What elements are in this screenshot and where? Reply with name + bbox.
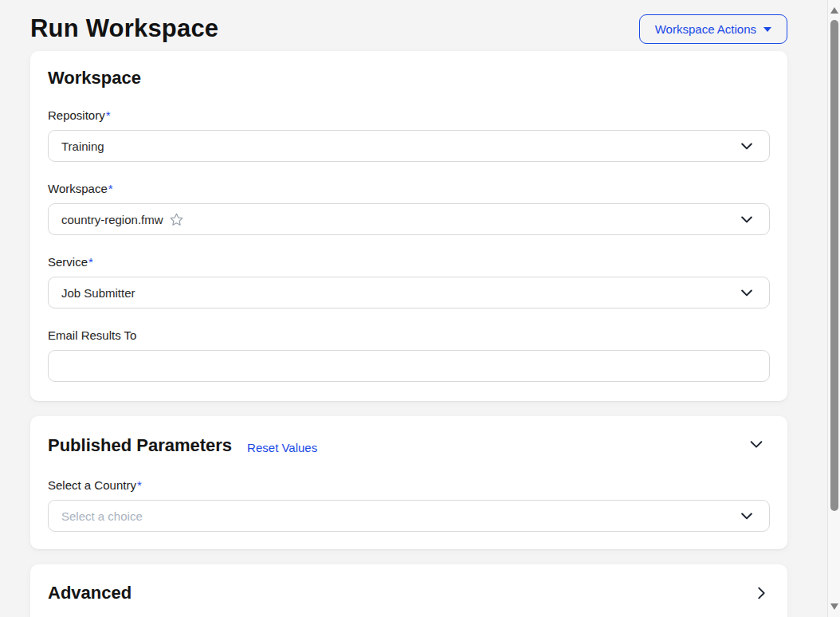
main-content: Run Workspace Workspace Actions Workspac… xyxy=(30,0,787,617)
workspace-value-text: country-region.fmw xyxy=(61,213,163,226)
published-parameters-card: Published Parameters Reset Values Select… xyxy=(30,416,787,549)
published-parameters-title: Published Parameters xyxy=(48,434,232,456)
chevron-down-icon xyxy=(739,508,755,524)
advanced-title: Advanced xyxy=(48,582,752,603)
advanced-section-toggle[interactable]: Advanced xyxy=(48,582,770,603)
country-label: Select a Country* xyxy=(48,478,770,493)
chevron-down-icon xyxy=(739,211,755,227)
scrollbar-up-arrow-icon[interactable] xyxy=(830,6,838,14)
repository-label-text: Repository xyxy=(48,108,105,122)
email-results-label: Email Results To xyxy=(48,328,770,343)
page-title: Run Workspace xyxy=(30,14,218,43)
workspace-actions-label: Workspace Actions xyxy=(655,22,756,36)
service-select[interactable]: Job Submitter xyxy=(48,277,770,308)
scrollbar-thumb[interactable] xyxy=(830,20,838,511)
top-bar: Run Workspace Workspace Actions xyxy=(30,6,787,51)
service-label-text: Service xyxy=(48,255,88,269)
reset-values-link[interactable]: Reset Values xyxy=(247,441,317,454)
repository-label: Repository* xyxy=(48,108,770,123)
workspace-value: country-region.fmw xyxy=(61,212,184,227)
service-value: Job Submitter xyxy=(61,286,135,300)
workspace-label: Workspace* xyxy=(48,182,770,196)
chevron-down-icon xyxy=(739,285,755,301)
chevron-down-icon xyxy=(748,435,765,453)
chevron-right-icon xyxy=(752,584,770,602)
chevron-down-icon xyxy=(739,138,755,154)
caret-down-icon xyxy=(763,27,771,32)
email-results-input[interactable] xyxy=(48,350,770,382)
workspace-select[interactable]: country-region.fmw xyxy=(48,203,770,235)
workspace-label-text: Workspace xyxy=(48,182,108,195)
scrollbar-down-arrow-icon[interactable] xyxy=(830,603,838,611)
workspace-card: Workspace Repository* Training Workspace… xyxy=(30,51,787,401)
required-marker: * xyxy=(137,478,142,492)
collapse-section-button[interactable] xyxy=(743,432,770,458)
vertical-scrollbar[interactable] xyxy=(827,0,840,617)
workspace-card-title: Workspace xyxy=(48,67,770,88)
required-marker: * xyxy=(88,255,93,269)
country-label-text: Select a Country xyxy=(48,478,136,492)
published-parameters-header: Published Parameters Reset Values xyxy=(48,432,770,458)
service-label: Service* xyxy=(48,255,770,269)
required-marker: * xyxy=(106,108,111,122)
advanced-card: Advanced xyxy=(30,564,787,617)
country-placeholder: Select a choice xyxy=(61,509,143,523)
required-marker: * xyxy=(108,182,113,195)
star-outline-icon[interactable] xyxy=(169,212,184,227)
repository-select[interactable]: Training xyxy=(48,130,770,162)
country-select[interactable]: Select a choice xyxy=(48,500,770,532)
repository-value: Training xyxy=(61,140,104,153)
workspace-actions-button[interactable]: Workspace Actions xyxy=(639,14,787,44)
